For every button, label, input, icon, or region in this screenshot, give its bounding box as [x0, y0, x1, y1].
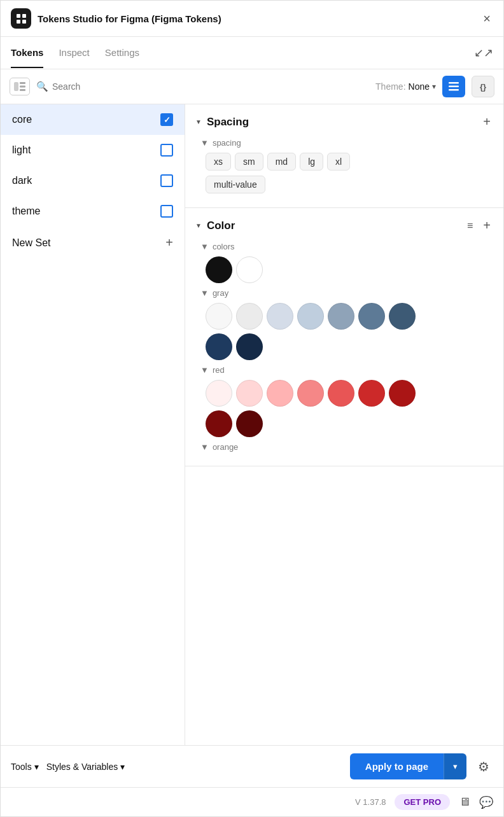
- theme-selector[interactable]: Theme: None ▾: [375, 81, 436, 92]
- tag-md[interactable]: md: [267, 153, 296, 171]
- apply-to-page-button[interactable]: Apply to page: [350, 753, 444, 779]
- swatch-gray-6[interactable]: [358, 303, 385, 330]
- tab-tokens[interactable]: Tokens: [11, 38, 43, 68]
- color-add-button[interactable]: +: [480, 217, 493, 234]
- sidebar-checkbox-light[interactable]: [160, 144, 173, 157]
- sidebar-item-core[interactable]: core ✓: [1, 104, 185, 135]
- swatch-red-1[interactable]: [206, 380, 232, 407]
- tab-inspect[interactable]: Inspect: [59, 38, 89, 68]
- color-section-header: ▼ Color ≡ +: [195, 217, 493, 234]
- orange-sub-group-label: orange: [213, 442, 238, 452]
- sidebar-item-theme[interactable]: theme: [1, 196, 185, 227]
- new-set-plus-icon: +: [165, 235, 173, 250]
- sidebar-item-light-label: light: [12, 144, 31, 156]
- spacing-tags-row: xs sm md lg xl: [200, 153, 493, 171]
- footer: Tools ▾ Styles & Variables ▾ Apply to pa…: [1, 745, 503, 787]
- tools-button[interactable]: Tools ▾: [11, 758, 39, 776]
- tag-sm[interactable]: sm: [235, 153, 263, 171]
- colors-sub-group-header[interactable]: ▼ colors: [200, 242, 493, 251]
- sidebar-toggle-button[interactable]: [10, 78, 30, 95]
- color-list-button[interactable]: ≡: [465, 219, 475, 233]
- swatch-gray-4[interactable]: [297, 303, 324, 330]
- gray-swatches-row-2: [200, 333, 493, 360]
- spacing-sub-group-header[interactable]: ▼ spacing: [200, 138, 493, 148]
- svg-rect-0: [14, 82, 18, 91]
- color-collapse-icon: ▼: [195, 222, 202, 229]
- shrink-icon[interactable]: ↙↗: [474, 37, 493, 69]
- color-section-actions: ≡ +: [465, 217, 493, 234]
- spacing-title-text: Spacing: [207, 116, 249, 129]
- swatch-red-8[interactable]: [206, 410, 232, 437]
- sidebar-checkbox-theme[interactable]: [160, 205, 173, 218]
- swatch-gray-7[interactable]: [389, 303, 416, 330]
- tag-lg[interactable]: lg: [300, 153, 323, 171]
- swatch-black[interactable]: [206, 256, 232, 283]
- settings-gear-button[interactable]: ⚙: [474, 755, 493, 778]
- sidebar-item-dark-label: dark: [12, 175, 32, 186]
- styles-variables-label: Styles & Variables: [46, 762, 118, 772]
- monitor-icon[interactable]: 🖥: [459, 795, 470, 809]
- search-input[interactable]: [52, 81, 369, 92]
- json-view-button[interactable]: {}: [472, 76, 494, 97]
- right-panel: ▼ Spacing + ▼ spacing xs sm md lg xl: [185, 104, 503, 745]
- sidebar-item-light[interactable]: light: [1, 135, 185, 165]
- red-sub-group: ▼ red: [195, 365, 493, 437]
- get-pro-button[interactable]: GET PRO: [395, 794, 450, 810]
- tab-settings[interactable]: Settings: [105, 38, 139, 68]
- chat-icon[interactable]: 💬: [479, 795, 493, 809]
- search-icon: 🔍: [36, 81, 48, 92]
- list-view-button[interactable]: [442, 76, 465, 97]
- swatch-red-9[interactable]: [236, 410, 263, 437]
- version-bar: V 1.37.8 GET PRO 🖥 💬: [1, 787, 503, 816]
- swatch-gray-1[interactable]: [206, 303, 232, 330]
- spacing-collapse-icon: ▼: [195, 118, 202, 125]
- color-section-title[interactable]: ▼ Color: [195, 220, 235, 232]
- swatch-red-7[interactable]: [389, 380, 416, 407]
- new-set-item[interactable]: New Set +: [1, 227, 185, 259]
- tools-chevron-icon: ▾: [34, 762, 39, 772]
- swatch-gray-3[interactable]: [267, 303, 293, 330]
- gray-swatches-row: [200, 303, 493, 330]
- sidebar-item-dark[interactable]: dark: [1, 165, 185, 196]
- gray-sub-group: ▼ gray: [195, 288, 493, 360]
- spacing-collapse-small-icon: ▼: [200, 138, 209, 148]
- swatch-white[interactable]: [236, 256, 263, 283]
- checkmark-icon: ✓: [164, 115, 171, 125]
- tag-xl[interactable]: xl: [327, 153, 350, 171]
- orange-sub-group: ▼ orange: [195, 442, 493, 452]
- svg-rect-1: [20, 82, 25, 84]
- colors-sub-group: ▼ colors: [195, 242, 493, 283]
- swatch-gray-9[interactable]: [236, 333, 263, 360]
- svg-rect-6: [449, 89, 459, 91]
- title-bar: Tokens Studio for Figma (Figma Tokens) ×: [1, 1, 503, 37]
- apply-dropdown-button[interactable]: ▾: [444, 753, 466, 779]
- swatch-gray-8[interactable]: [206, 333, 232, 360]
- orange-sub-group-header[interactable]: ▼ orange: [200, 442, 493, 452]
- search-input-wrap: 🔍: [36, 81, 369, 92]
- swatch-gray-5[interactable]: [328, 303, 354, 330]
- tag-xs[interactable]: xs: [206, 153, 231, 171]
- sidebar-checkbox-dark[interactable]: [160, 174, 173, 187]
- swatch-red-4[interactable]: [297, 380, 324, 407]
- red-sub-group-header[interactable]: ▼ red: [200, 365, 493, 375]
- app-title: Tokens Studio for Figma (Figma Tokens): [38, 13, 221, 24]
- close-button[interactable]: ×: [480, 10, 493, 27]
- apply-button-group: Apply to page ▾: [350, 753, 466, 779]
- gray-sub-group-header[interactable]: ▼ gray: [200, 288, 493, 298]
- swatch-red-2[interactable]: [236, 380, 263, 407]
- sidebar-item-core-label: core: [12, 114, 32, 125]
- swatch-red-6[interactable]: [358, 380, 385, 407]
- swatch-red-3[interactable]: [267, 380, 293, 407]
- tag-multi-value[interactable]: multi-value: [206, 176, 265, 193]
- gray-sub-group-label: gray: [213, 288, 228, 298]
- spacing-section-title[interactable]: ▼ Spacing: [195, 116, 249, 129]
- swatch-red-5[interactable]: [328, 380, 354, 407]
- theme-label: Theme:: [375, 81, 405, 92]
- spacing-section: ▼ Spacing + ▼ spacing xs sm md lg xl: [185, 104, 503, 208]
- styles-variables-button[interactable]: Styles & Variables ▾: [46, 758, 125, 776]
- sidebar-checkbox-core[interactable]: ✓: [160, 113, 173, 126]
- spacing-multi-value-row: multi-value: [200, 176, 493, 193]
- spacing-add-button[interactable]: +: [480, 113, 493, 130]
- orange-collapse-icon: ▼: [200, 442, 209, 452]
- swatch-gray-2[interactable]: [236, 303, 263, 330]
